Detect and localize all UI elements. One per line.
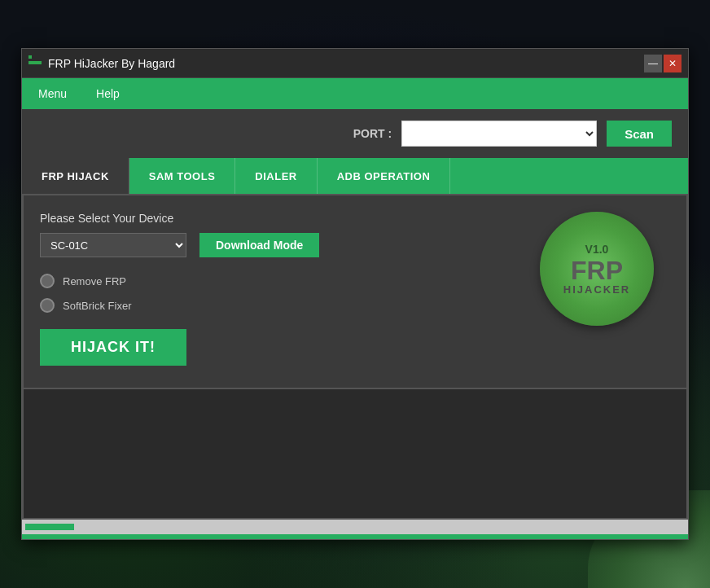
status-bar	[22, 520, 688, 534]
tab-bar: FRP HIJACK SAM TOOLS DIALER ADB OPERATIO…	[22, 158, 688, 194]
remove-frp-option[interactable]: Remove FRP	[40, 274, 524, 288]
hijack-button[interactable]: HIJACK IT!	[40, 329, 186, 366]
device-select-row: SC-01CSC-02CSC-03CSC-04C Download Mode	[40, 233, 524, 257]
softbrick-fixer-radio[interactable]	[40, 298, 55, 313]
softbrick-fixer-label: SoftBrick Fixer	[63, 300, 132, 312]
main-window: FRP HiJacker By Hagard — ✕ Menu Help POR…	[21, 48, 689, 540]
menu-bar: Menu Help	[22, 78, 688, 109]
frp-logo: V1.0 FRP HIJACKER	[540, 212, 654, 326]
remove-frp-label: Remove FRP	[63, 275, 126, 287]
title-bar: FRP HiJacker By Hagard — ✕	[22, 49, 688, 78]
menu-item-help[interactable]: Help	[90, 84, 126, 103]
close-button[interactable]: ✕	[664, 55, 682, 72]
log-textarea[interactable]	[24, 389, 686, 518]
main-content-panel: Please Select Your Device SC-01CSC-02CSC…	[22, 194, 688, 389]
frp-main-text: FRP	[571, 257, 623, 283]
window-title: FRP HiJacker By Hagard	[48, 57, 644, 70]
port-bar: PORT : Scan	[22, 109, 688, 158]
softbrick-fixer-option[interactable]: SoftBrick Fixer	[40, 298, 524, 313]
remove-frp-radio[interactable]	[40, 274, 55, 288]
download-mode-button[interactable]: Download Mode	[199, 233, 319, 257]
port-select[interactable]	[401, 121, 597, 147]
scan-button[interactable]: Scan	[607, 121, 672, 147]
menu-item-menu[interactable]: Menu	[32, 84, 73, 103]
frp-version: V1.0	[585, 243, 609, 256]
window-controls: — ✕	[644, 55, 682, 72]
device-left-panel: Please Select Your Device SC-01CSC-02CSC…	[40, 212, 524, 366]
tab-dialer[interactable]: DIALER	[235, 158, 317, 194]
minimize-button[interactable]: —	[644, 55, 662, 72]
bottom-bar	[22, 534, 688, 539]
device-label: Please Select Your Device	[40, 212, 524, 225]
device-section: Please Select Your Device SC-01CSC-02CSC…	[40, 212, 670, 366]
options-section: Remove FRP SoftBrick Fixer	[40, 274, 524, 313]
device-select[interactable]: SC-01CSC-02CSC-03CSC-04C	[40, 233, 186, 257]
tab-adb-operation[interactable]: ADB OPERATION	[318, 158, 451, 194]
progress-indicator	[25, 524, 74, 530]
log-area	[22, 389, 688, 520]
app-icon	[28, 55, 42, 72]
frp-sub-text: HIJACKER	[563, 283, 630, 296]
tab-frp-hijack[interactable]: FRP HIJACK	[22, 158, 129, 194]
port-label: PORT :	[353, 127, 392, 140]
tab-sam-tools[interactable]: SAM TOOLS	[129, 158, 236, 194]
